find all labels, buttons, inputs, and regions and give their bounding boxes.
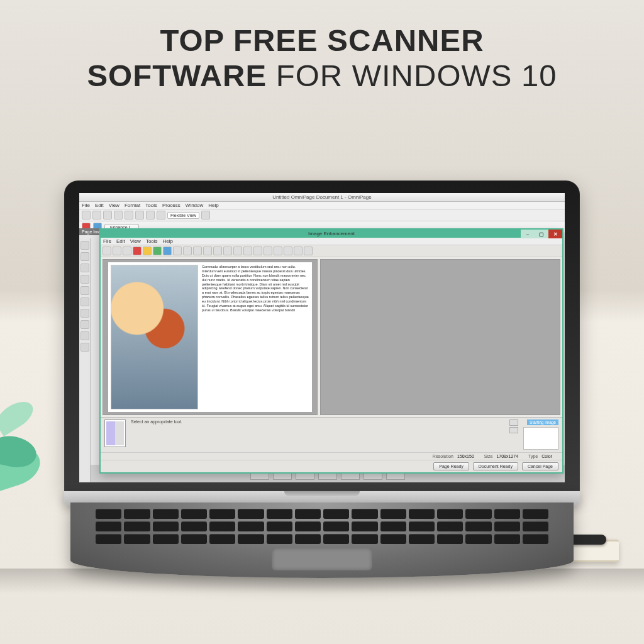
toolbar-print-icon[interactable] [114, 211, 123, 219]
toolbar-export-icon[interactable] [146, 211, 155, 219]
menu-help[interactable]: Help [208, 203, 218, 208]
type-value: Color [541, 454, 558, 458]
tool-deskew-icon[interactable] [193, 247, 202, 255]
dialog-title-bar[interactable]: Image Enhancement – ▢ ✕ [101, 230, 562, 238]
tool-brightness-icon[interactable] [213, 247, 222, 255]
tool-yellow-icon[interactable] [143, 247, 152, 255]
tool-green-icon[interactable] [153, 247, 162, 255]
size-value: 1708x1274 [496, 454, 525, 458]
menu-format[interactable]: Format [125, 203, 140, 208]
vtool-2-icon[interactable] [80, 252, 89, 261]
tool-3d-icon[interactable] [274, 247, 282, 255]
main-menu-bar: File Edit View Format Tools Process Wind… [79, 202, 565, 209]
starting-image-label: Starting image [527, 419, 558, 425]
history-up-icon[interactable] [509, 419, 518, 426]
type-label: Type [528, 454, 538, 458]
cancel-page-button[interactable]: Cancel Page [522, 462, 558, 470]
image-enhancement-dialog: Image Enhancement – ▢ ✕ File Edit View T… [99, 228, 564, 474]
menu-tools[interactable]: Tools [145, 203, 157, 208]
document-ready-button[interactable]: Document Ready [473, 462, 518, 470]
menu-view[interactable]: View [109, 203, 119, 208]
vertical-toolbar [79, 238, 91, 482]
tool-redo-icon[interactable] [294, 247, 303, 255]
vtool-5-icon[interactable] [80, 286, 89, 295]
tool-undo-icon[interactable] [284, 247, 292, 255]
toolbar-open-icon[interactable] [92, 211, 101, 219]
vtool-6-icon[interactable] [80, 297, 89, 306]
headline-line1: TOP FREE SCANNER [160, 23, 484, 57]
size-label: Size [484, 454, 493, 458]
page-ready-button[interactable]: Page Ready [433, 462, 469, 470]
tool-hand-icon[interactable] [123, 247, 131, 255]
close-icon[interactable]: ✕ [548, 230, 562, 238]
vtool-3-icon[interactable] [80, 264, 89, 272]
dlg-menu-help[interactable]: Help [163, 238, 173, 244]
tool-despeckle-icon[interactable] [203, 247, 212, 255]
dialog-toolbar [101, 245, 562, 257]
headline-line2a: SOFTWARE [87, 58, 267, 92]
dialog-status-area: Select an appropriate tool. Starting ima… [101, 418, 562, 453]
toolbar-new-icon[interactable] [82, 211, 91, 219]
dlg-menu-tools[interactable]: Tools [146, 238, 158, 244]
toolbar-extra-icon[interactable] [201, 211, 210, 219]
laptop-keyboard [70, 502, 574, 578]
toolbar-scan-icon[interactable] [125, 211, 133, 219]
dlg-menu-file[interactable]: File [103, 238, 111, 244]
toolbar-zoom-icon[interactable] [157, 211, 165, 219]
dialog-preview-area: Commodo ullamcorper a lacus vestibulum s… [101, 257, 562, 418]
status-text: Select an appropriate tool. [131, 419, 504, 424]
result-preview[interactable] [320, 259, 560, 415]
resolution-value: 150x150 [457, 454, 480, 458]
tool-crop-icon[interactable] [183, 247, 192, 255]
tool-more-icon[interactable] [304, 247, 313, 255]
menu-window[interactable]: Window [186, 203, 203, 208]
headline: TOP FREE SCANNER SOFTWARE FOR WINDOWS 10 [0, 0, 644, 94]
scanned-photo [111, 265, 198, 409]
dialog-title: Image Enhancement [308, 231, 355, 236]
maximize-icon[interactable]: ▢ [535, 230, 548, 238]
dialog-menu-bar: File Edit View Tools Help [101, 238, 562, 245]
tool-red-icon[interactable] [133, 247, 142, 255]
starting-image-thumb[interactable] [523, 427, 558, 450]
vtool-10-icon[interactable] [80, 343, 89, 352]
menu-file[interactable]: File [82, 203, 90, 208]
vtool-8-icon[interactable] [80, 320, 89, 329]
scanned-text: Commodo ullamcorper a lacus vestibulum s… [202, 265, 309, 409]
plant-decor [0, 405, 69, 518]
vtool-7-icon[interactable] [80, 309, 89, 318]
toolbar-save-icon[interactable] [103, 211, 112, 219]
window-title: Untitled OmniPage Document 1 - OmniPage [79, 193, 565, 202]
tool-fill-icon[interactable] [243, 247, 252, 255]
dialog-button-bar: Page Ready Document Ready Cancel Page [101, 460, 562, 472]
tool-border-icon[interactable] [264, 247, 272, 255]
screen: Untitled OmniPage Document 1 - OmniPage … [79, 193, 565, 482]
dlg-menu-edit[interactable]: Edit [116, 238, 125, 244]
resolution-label: Resolution [433, 454, 453, 458]
laptop-mockup: Untitled OmniPage Document 1 - OmniPage … [64, 180, 580, 578]
menu-process[interactable]: Process [162, 203, 180, 208]
view-mode-dropdown[interactable]: Flexible View [167, 212, 199, 219]
vtool-9-icon[interactable] [80, 331, 89, 340]
tool-erase-icon[interactable] [233, 247, 242, 255]
main-toolbar: Flexible View [79, 209, 565, 221]
history-thumbnail[interactable] [104, 419, 126, 447]
tool-contrast-icon[interactable] [223, 247, 232, 255]
headline-line2b: FOR WINDOWS 10 [267, 58, 557, 92]
dlg-menu-view[interactable]: View [130, 238, 141, 244]
history-down-icon[interactable] [509, 427, 518, 433]
tool-zoom-icon[interactable] [113, 247, 121, 255]
menu-edit[interactable]: Edit [95, 203, 104, 208]
document-preview: Commodo ullamcorper a lacus vestibulum s… [108, 262, 312, 412]
vtool-4-icon[interactable] [80, 275, 89, 284]
tool-rotate-icon[interactable] [173, 247, 182, 255]
vtool-1-icon[interactable] [80, 241, 89, 250]
toolbar-ocr-icon[interactable] [135, 211, 144, 219]
tool-line-icon[interactable] [253, 247, 262, 255]
tool-blue-icon[interactable] [163, 247, 172, 255]
dialog-info-bar: Resolution 150x150 Size 1708x1274 Type C… [101, 453, 562, 460]
minimize-icon[interactable]: – [521, 230, 535, 238]
tool-pointer-icon[interactable] [103, 247, 111, 255]
source-preview[interactable]: Commodo ullamcorper a lacus vestibulum s… [103, 259, 318, 415]
